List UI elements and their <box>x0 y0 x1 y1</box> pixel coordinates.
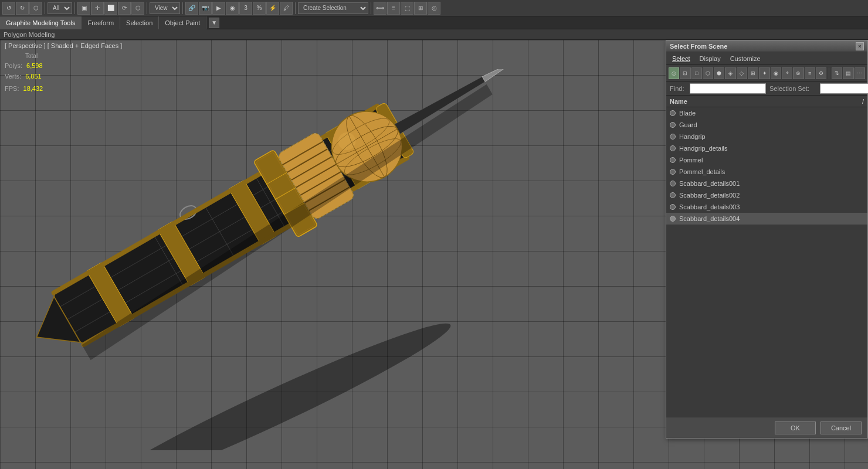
item-radio-icon <box>670 181 676 186</box>
dialog-icon-toolbar: ◎ ⊡ □ ⬡ ⬢ ◈ ◇ ⊞ ✦ ◉ ⌖ ⊗ ≡ ⚙ ⇅ ▤ ⋯ <box>666 65 867 81</box>
list-item[interactable]: Pommel_details <box>666 166 867 178</box>
find-label: Find: <box>670 85 686 92</box>
create-selection-dropdown[interactable]: Create Selection <box>298 2 368 14</box>
dialog-filter11-icon[interactable]: ⚙ <box>816 67 826 79</box>
render-icon[interactable]: ▶ <box>212 2 225 15</box>
sep6 <box>371 2 371 14</box>
viewport[interactable]: [ Perspective ] [ Shaded + Edged Faces ]… <box>0 40 868 469</box>
dialog-filter6-icon[interactable]: ✦ <box>759 67 769 79</box>
list-item[interactable]: Scabbard_details004 <box>666 213 867 225</box>
sep3 <box>147 2 147 14</box>
polygon-modeling-bar: Polygon Modeling <box>0 29 868 40</box>
selection-filter-dropdown[interactable]: All <box>48 2 72 14</box>
graphite-toolbar: Graphite Modeling Tools Freeform Selecti… <box>0 16 868 29</box>
sword-model <box>18 69 545 450</box>
align-icon[interactable]: ≡ <box>387 2 400 15</box>
item-name-label: Blade <box>679 110 696 117</box>
item-name-label: Guard <box>679 121 697 128</box>
tool5[interactable]: 3 <box>239 2 252 15</box>
redo-icon[interactable]: ↻ <box>16 2 29 15</box>
view-dropdown[interactable]: View <box>150 2 180 14</box>
dialog-tab-customize[interactable]: Customize <box>728 54 763 63</box>
dialog-filter1-icon[interactable]: ⬡ <box>703 67 713 79</box>
dialog-filter3-icon[interactable]: ◈ <box>725 67 735 79</box>
tool6[interactable]: % <box>253 2 266 15</box>
camera-icon[interactable]: 📷 <box>199 2 212 15</box>
dialog-filter5-icon[interactable]: ⊞ <box>748 67 758 79</box>
tab-freeform[interactable]: Freeform <box>82 16 120 29</box>
viewport-label: [ Perspective ] [ Shaded + Edged Faces ] <box>5 42 122 49</box>
dialog-buttons: OK Cancel <box>666 417 867 438</box>
dialog-invert-icon[interactable]: ⊡ <box>680 67 690 79</box>
dialog-options-icon[interactable]: ⋯ <box>855 67 865 79</box>
dialog-tab-display[interactable]: Display <box>697 54 723 63</box>
rotate-icon[interactable]: ⟳ <box>118 2 131 15</box>
isolate-icon[interactable]: ◎ <box>428 2 440 15</box>
item-name-label: Handgrip_details <box>679 145 728 152</box>
item-radio-icon <box>670 192 676 198</box>
list-item[interactable]: Handgrip <box>666 131 867 142</box>
list-header-name: Name <box>670 98 687 105</box>
dialog-filter2-icon[interactable]: ⬢ <box>714 67 724 79</box>
list-item[interactable]: Handgrip_details <box>666 142 867 154</box>
item-name-label: Scabbard_details004 <box>679 215 740 222</box>
item-radio-icon <box>670 216 676 222</box>
fps-stat: FPS: 18,432 <box>5 84 43 94</box>
selection-set-input[interactable] <box>820 83 868 94</box>
list-header-count: / <box>862 98 864 105</box>
tab-graphite-modeling[interactable]: Graphite Modeling Tools <box>0 16 82 29</box>
select-icon[interactable]: ⬡ <box>29 2 42 15</box>
sep4 <box>182 2 183 14</box>
dialog-filter7-icon[interactable]: ◉ <box>771 67 781 79</box>
list-item[interactable]: Pommel <box>666 154 867 166</box>
scale-icon[interactable]: ⬡ <box>131 2 144 15</box>
tool7[interactable]: ⚡ <box>266 2 279 15</box>
dialog-view-icon[interactable]: ▤ <box>843 67 853 79</box>
tab-object-paint[interactable]: Object Paint <box>159 16 206 29</box>
list-item[interactable]: Scabbard_details001 <box>666 178 867 189</box>
tool8[interactable]: 🖊 <box>280 2 293 15</box>
list-item[interactable]: Blade <box>666 107 867 119</box>
region-select-icon[interactable]: ⬜ <box>104 2 117 15</box>
dialog-sort-icon[interactable]: ⇅ <box>832 67 842 79</box>
sep1 <box>45 2 45 14</box>
find-input[interactable] <box>690 83 766 94</box>
dialog-tab-select[interactable]: Select <box>670 54 693 63</box>
dialog-filter10-icon[interactable]: ≡ <box>805 67 815 79</box>
item-name-label: Scabbard_details001 <box>679 180 740 187</box>
dialog-close-button[interactable]: × <box>856 42 864 50</box>
dialog-none-icon[interactable]: □ <box>691 67 702 79</box>
dialog-object-list[interactable]: BladeGuardHandgripHandgrip_detailsPommel… <box>666 107 867 417</box>
tab-more-icon[interactable]: ▼ <box>209 18 219 28</box>
top-toolbar: ↺ ↻ ⬡ All ▣ ✛ ⬜ ⟳ ⬡ View 🔗 📷 ▶ ◉ 3 % ⚡ 🖊… <box>0 0 868 16</box>
dialog-select-all-icon[interactable]: ◎ <box>669 67 679 79</box>
verts-stat: Verts: 6,851 <box>5 72 43 82</box>
undo-icon[interactable]: ↺ <box>2 2 15 15</box>
viewport-stats: Total Polys: 6,598 Verts: 6,851 FPS: 18,… <box>5 52 43 94</box>
material-icon[interactable]: ◉ <box>226 2 239 15</box>
list-item[interactable]: Scabbard_details003 <box>666 201 867 213</box>
link-icon[interactable]: 🔗 <box>185 2 198 15</box>
main-area: [ Perspective ] [ Shaded + Edged Faces ]… <box>0 40 868 469</box>
item-radio-icon <box>670 157 676 163</box>
list-item[interactable]: Scabbard_details002 <box>666 189 867 201</box>
move-icon[interactable]: ✛ <box>91 2 104 15</box>
total-label: Total <box>25 52 43 61</box>
item-radio-icon <box>670 110 676 116</box>
dialog-filter9-icon[interactable]: ⊗ <box>793 67 803 79</box>
tab-selection[interactable]: Selection <box>120 16 159 29</box>
dialog-ok-button[interactable]: OK <box>775 422 816 434</box>
mirror-icon[interactable]: ⟺ <box>374 2 386 15</box>
layer-icon[interactable]: ⬚ <box>401 2 413 15</box>
dialog-find-row: Find: Selection Set: <box>666 81 867 96</box>
dialog-filter4-icon[interactable]: ◇ <box>737 67 747 79</box>
dialog-filter8-icon[interactable]: ⌖ <box>782 67 792 79</box>
select-object-icon[interactable]: ▣ <box>77 2 90 15</box>
svg-marker-47 <box>70 84 507 361</box>
list-item[interactable]: Guard <box>666 119 867 131</box>
wire-icon[interactable]: ⊞ <box>414 2 427 15</box>
item-radio-icon <box>670 204 676 210</box>
dialog-cancel-button[interactable]: Cancel <box>820 422 862 434</box>
sep2 <box>74 2 75 14</box>
dialog-sep1 <box>829 67 829 79</box>
